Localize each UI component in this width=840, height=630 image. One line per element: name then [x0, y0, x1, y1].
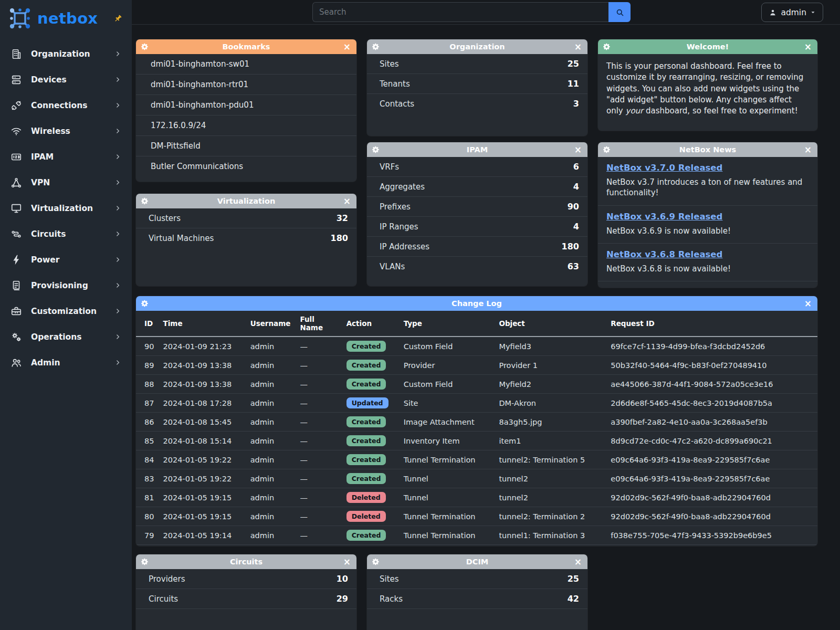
- bookmark-item[interactable]: DM-Pittsfield: [136, 136, 356, 156]
- gear-icon[interactable]: [141, 43, 149, 51]
- stat-label-racks[interactable]: Racks: [380, 594, 403, 604]
- netbox-logo-icon[interactable]: [7, 6, 33, 31]
- sidebar-item-virtualization[interactable]: Virtualization: [0, 195, 132, 221]
- news-link[interactable]: NetBox v3.6.9 Released: [606, 212, 722, 222]
- request-id-link[interactable]: 92d02d9c-562f-49f0-baa8-adb22904760d: [605, 507, 817, 526]
- request-id-link[interactable]: 8d9cd72e-cd0c-47c2-a620-dc899a690c21: [605, 432, 817, 450]
- close-icon[interactable]: ×: [343, 43, 351, 51]
- bookmark-item[interactable]: 172.16.0.9/24: [136, 116, 356, 136]
- sidebar-item-ipam[interactable]: IPAM: [0, 144, 132, 170]
- bookmark-item[interactable]: dmi01-binghamton-sw01: [136, 54, 356, 75]
- change-time-link[interactable]: 2024-01-05 19:14: [158, 526, 245, 545]
- brand-name[interactable]: netbox: [37, 9, 98, 27]
- stat-value[interactable]: 11: [568, 79, 579, 89]
- change-id-link[interactable]: 79: [136, 526, 158, 545]
- change-object-link[interactable]: tunnel2: [494, 469, 605, 488]
- news-link[interactable]: NetBox v3.6.7 Released: [606, 287, 722, 288]
- stat-value[interactable]: 180: [562, 242, 579, 251]
- sidebar-item-provisioning[interactable]: Provisioning: [0, 272, 132, 298]
- change-object-link[interactable]: DM-Akron: [494, 394, 605, 413]
- request-id-link[interactable]: f038e755-705e-47f3-9433-5392b9e6b9e5: [605, 526, 817, 545]
- sidebar-item-admin[interactable]: Admin: [0, 350, 132, 375]
- sidebar-item-connections[interactable]: Connections: [0, 92, 132, 118]
- gear-icon[interactable]: [141, 300, 149, 308]
- sidebar-item-wireless[interactable]: Wireless: [0, 118, 132, 144]
- request-id-link[interactable]: 92d02d9c-562f-49f0-baa8-adb22904760d: [605, 488, 817, 507]
- stat-label-providers[interactable]: Providers: [149, 574, 185, 584]
- request-id-link[interactable]: e09c64a6-93f3-419a-8ea9-229585f7c6ae: [605, 450, 817, 469]
- search-button[interactable]: [608, 2, 631, 22]
- change-id-link[interactable]: 89: [136, 356, 158, 375]
- stat-label-sites[interactable]: Sites: [380, 574, 399, 584]
- gear-icon[interactable]: [141, 558, 149, 566]
- stat-label-contacts[interactable]: Contacts: [380, 99, 414, 109]
- request-id-link[interactable]: 50b32f40-5464-4f9c-b83f-0ef270489410: [605, 356, 817, 375]
- close-icon[interactable]: ×: [574, 145, 582, 154]
- gear-icon[interactable]: [603, 43, 611, 51]
- close-icon[interactable]: ×: [804, 299, 812, 308]
- stat-value[interactable]: 10: [337, 574, 348, 584]
- change-id-link[interactable]: 88: [136, 375, 158, 394]
- sidebar-item-power[interactable]: Power: [0, 247, 132, 272]
- gear-icon[interactable]: [372, 558, 380, 566]
- gear-icon[interactable]: [372, 146, 380, 154]
- sidebar-item-operations[interactable]: Operations: [0, 324, 132, 350]
- gear-icon[interactable]: [603, 146, 611, 154]
- stat-value[interactable]: 29: [337, 594, 348, 604]
- stat-value[interactable]: 90: [568, 202, 579, 212]
- stat-value[interactable]: 180: [331, 233, 348, 243]
- bookmark-item[interactable]: dmi01-binghamton-rtr01: [136, 75, 356, 95]
- stat-label-aggregates[interactable]: Aggregates: [380, 182, 425, 192]
- request-id-link[interactable]: e09c64a6-93f3-419a-8ea9-229585f7c6ae: [605, 469, 817, 488]
- change-time-link[interactable]: 2024-01-09 21:23: [158, 337, 245, 356]
- change-id-link[interactable]: 84: [136, 450, 158, 469]
- request-id-link[interactable]: ae445066-387d-44f1-9084-572a05ce3e16: [605, 375, 817, 394]
- bookmark-item[interactable]: dmi01-binghamton-pdu01: [136, 95, 356, 116]
- request-id-link[interactable]: 69fce7cf-1139-4d99-bfea-f3dcbd2452d6: [605, 337, 817, 356]
- stat-value[interactable]: 25: [568, 59, 579, 69]
- stat-label-circuits[interactable]: Circuits: [149, 594, 178, 604]
- search-input[interactable]: [312, 2, 608, 22]
- close-icon[interactable]: ×: [574, 558, 582, 566]
- stat-value[interactable]: 3: [573, 99, 579, 109]
- user-menu-button[interactable]: admin: [761, 3, 823, 22]
- change-time-link[interactable]: 2024-01-09 13:38: [158, 375, 245, 394]
- change-time-link[interactable]: 2024-01-09 13:38: [158, 356, 245, 375]
- change-object-link[interactable]: Myfield2: [494, 375, 605, 394]
- change-object-link[interactable]: item1: [494, 432, 605, 450]
- close-icon[interactable]: ×: [804, 43, 812, 51]
- close-icon[interactable]: ×: [343, 558, 351, 566]
- change-object-link[interactable]: tunnel2: Termination 5: [494, 450, 605, 469]
- stat-label-clusters[interactable]: Clusters: [149, 214, 181, 223]
- stat-value[interactable]: 4: [573, 182, 579, 192]
- change-time-link[interactable]: 2024-01-05 19:15: [158, 507, 245, 526]
- change-object-link[interactable]: tunnel1: Termination 3: [494, 526, 605, 545]
- stat-label-ip-addresses[interactable]: IP Addresses: [380, 242, 429, 251]
- change-object-link[interactable]: Provider 1: [494, 356, 605, 375]
- sidebar-item-circuits[interactable]: Circuits: [0, 221, 132, 247]
- close-icon[interactable]: ×: [574, 43, 582, 51]
- change-time-link[interactable]: 2024-01-05 19:22: [158, 450, 245, 469]
- sidebar-item-devices[interactable]: Devices: [0, 67, 132, 92]
- request-id-link[interactable]: a390fbef-2a82-4e10-aa0a-3c268aa5ef3b: [605, 413, 817, 432]
- sidebar-item-vpn[interactable]: VPN: [0, 170, 132, 195]
- change-id-link[interactable]: 87: [136, 394, 158, 413]
- change-id-link[interactable]: 80: [136, 507, 158, 526]
- stat-value[interactable]: 63: [568, 261, 579, 271]
- change-id-link[interactable]: 85: [136, 432, 158, 450]
- change-time-link[interactable]: 2024-01-08 15:45: [158, 413, 245, 432]
- stat-value[interactable]: 6: [573, 162, 579, 172]
- gear-icon[interactable]: [372, 43, 380, 51]
- stat-label-tenants[interactable]: Tenants: [380, 79, 410, 89]
- stat-label-vrfs[interactable]: VRFs: [380, 162, 399, 172]
- stat-label-ip-ranges[interactable]: IP Ranges: [380, 222, 418, 232]
- change-id-link[interactable]: 90: [136, 337, 158, 356]
- change-time-link[interactable]: 2024-01-08 17:28: [158, 394, 245, 413]
- stat-label-vlans[interactable]: VLANs: [380, 262, 405, 271]
- close-icon[interactable]: ×: [804, 145, 812, 154]
- close-icon[interactable]: ×: [343, 197, 351, 206]
- bookmark-item[interactable]: Butler Communications: [136, 156, 356, 176]
- stat-label-sites[interactable]: Sites: [380, 59, 399, 69]
- sidebar-pin-icon[interactable]: [112, 13, 123, 24]
- change-id-link[interactable]: 86: [136, 413, 158, 432]
